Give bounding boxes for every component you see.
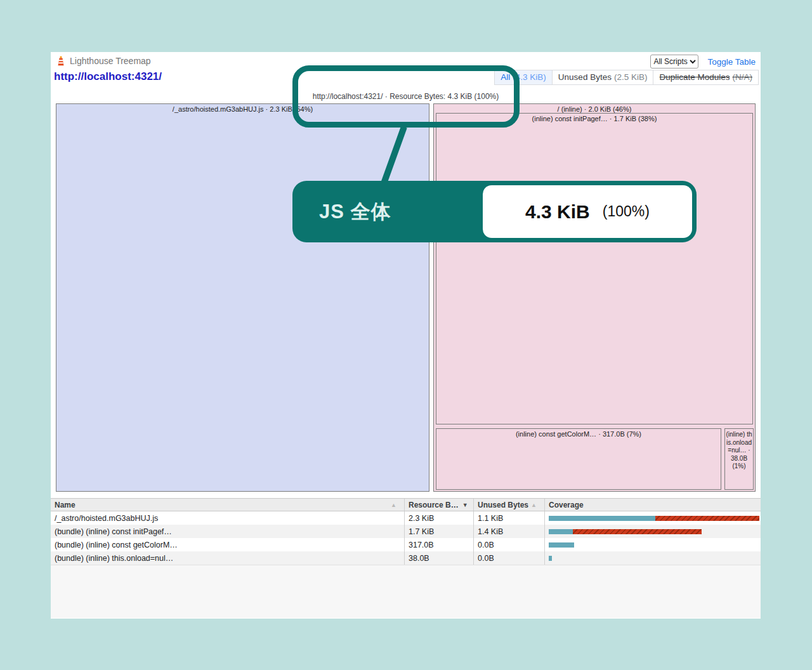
tab-all-bytes: (4.3 KiB): [513, 72, 546, 82]
treemap-node-label: (inline) const initPagef… · 1.7 KiB (38%…: [436, 114, 752, 122]
tab-unused-bytes[interactable]: Unused Bytes(2.5 KiB): [552, 70, 654, 85]
treemap-node-label: (inline) const getColorM… · 317.0B (7%): [436, 429, 721, 438]
cell-coverage: [544, 511, 761, 525]
cell-name: (bundle) (inline) const initPagef…: [51, 525, 404, 538]
cell-unused-bytes: 1.4 KiB: [473, 525, 544, 538]
cell-resource-bytes: 1.7 KiB: [404, 525, 473, 538]
coverage-bar: [549, 529, 761, 534]
breadcrumb: http://localhost:4321/ · Resource Bytes:…: [51, 92, 761, 101]
cell-resource-bytes: 38.0B: [404, 551, 473, 565]
coverage-bar: [549, 516, 761, 521]
cell-name: /_astro/hoisted.mG3abHUJ.js: [51, 511, 404, 525]
treemap-node-root-inline[interactable]: / (inline) · 2.0 KiB (46%) (inline) cons…: [433, 103, 756, 492]
coverage-used-bar: [549, 529, 573, 534]
treemap-node-label: /_astro/hoisted.mG3abHUJ.js · 2.3 KiB (5…: [56, 104, 429, 113]
column-header-name[interactable]: Name ▲: [51, 499, 404, 511]
cell-coverage: [544, 538, 761, 551]
annotation-callout: JS 全体 4.3 KiB (100%): [292, 181, 697, 242]
treemap: /_astro/hoisted.mG3abHUJ.js · 2.3 KiB (5…: [51, 103, 761, 492]
cell-unused-bytes: 0.0B: [473, 538, 544, 551]
tab-duplicate-modules-value: (N/A): [733, 72, 753, 82]
treemap-node-label: / (inline) · 2.0 KiB (46%): [434, 104, 755, 113]
table-header-row: Name ▲ Resource B… ▼ Unused Bytes ▲ Cove…: [51, 498, 761, 511]
treemap-node-label: (inline) this.onload=nul… · 38.0B (1%): [725, 429, 753, 471]
annotation-callout-label: JS 全体: [319, 199, 391, 225]
table-row[interactable]: (bundle) (inline) const initPagef… 1.7 K…: [51, 525, 761, 538]
document-url-link[interactable]: http://localhost:4321/: [54, 70, 162, 83]
treemap-node-onload[interactable]: (inline) this.onload=nul… · 38.0B (1%): [724, 428, 754, 490]
app-brand: Lighthouse Treemap: [56, 56, 151, 66]
sort-desc-icon[interactable]: ▼: [462, 502, 468, 508]
table-row[interactable]: (bundle) (inline) this.onload=nul… 38.0B…: [51, 551, 761, 565]
column-header-resource-bytes[interactable]: Resource B… ▼: [404, 499, 473, 511]
view-mode-tabs: All(4.3 KiB) Unused Bytes(2.5 KiB) Dupli…: [494, 70, 759, 85]
coverage-unused-bar: [573, 529, 702, 534]
tab-unused-bytes-value: (2.5 KiB): [614, 72, 648, 82]
cell-unused-bytes: 1.1 KiB: [473, 511, 544, 525]
tab-duplicate-modules-label: Duplicate Modules: [659, 72, 730, 82]
cell-name: (bundle) (inline) const getColorM…: [51, 538, 404, 551]
cell-coverage: [544, 551, 761, 565]
sort-asc-icon[interactable]: ▲: [531, 502, 537, 508]
table-empty-area: [51, 565, 761, 618]
coverage-bar: [549, 542, 761, 548]
lighthouse-icon: [56, 56, 66, 66]
sort-asc-icon[interactable]: ▲: [391, 502, 396, 508]
treemap-node-initpage[interactable]: (inline) const initPagef… · 1.7 KiB (38%…: [436, 113, 753, 424]
column-header-coverage[interactable]: Coverage: [544, 499, 761, 511]
annotation-value-box: 4.3 KiB (100%): [483, 185, 692, 238]
coverage-used-bar: [549, 556, 552, 561]
coverage-bar: [549, 556, 761, 561]
annotation-value: 4.3 KiB: [525, 201, 590, 223]
cell-resource-bytes: 317.0B: [404, 538, 473, 551]
app-title: Lighthouse Treemap: [70, 56, 151, 66]
cell-coverage: [544, 525, 761, 538]
tab-all[interactable]: All(4.3 KiB): [494, 70, 553, 85]
page: { "colors": { "accent_teal": "#0b746e", …: [0, 0, 812, 670]
tab-all-label: All: [501, 72, 510, 82]
coverage-used-bar: [549, 516, 655, 521]
table-row[interactable]: (bundle) (inline) const getColorM… 317.0…: [51, 538, 761, 551]
cell-name: (bundle) (inline) this.onload=nul…: [51, 551, 404, 565]
script-select[interactable]: All Scripts: [650, 55, 698, 69]
column-header-unused-bytes[interactable]: Unused Bytes ▲: [473, 499, 544, 511]
treemap-node-hoisted-js[interactable]: /_astro/hoisted.mG3abHUJ.js · 2.3 KiB (5…: [56, 103, 429, 492]
table-row[interactable]: /_astro/hoisted.mG3abHUJ.js 2.3 KiB 1.1 …: [51, 511, 761, 525]
tab-unused-bytes-label: Unused Bytes: [558, 72, 612, 82]
annotation-percent: (100%): [603, 203, 650, 220]
header-controls: All Scripts Toggle Table: [650, 55, 758, 69]
coverage-used-bar: [549, 542, 574, 548]
bytes-table: Name ▲ Resource B… ▼ Unused Bytes ▲ Cove…: [51, 498, 761, 618]
toggle-table-button[interactable]: Toggle Table: [705, 56, 758, 68]
tab-duplicate-modules[interactable]: Duplicate Modules(N/A): [653, 70, 759, 85]
cell-resource-bytes: 2.3 KiB: [404, 511, 473, 525]
coverage-unused-bar: [655, 516, 759, 521]
treemap-node-getcolor[interactable]: (inline) const getColorM… · 317.0B (7%): [436, 428, 721, 490]
cell-unused-bytes: 0.0B: [473, 551, 544, 565]
lighthouse-treemap-window: Lighthouse Treemap All Scripts Toggle Ta…: [51, 52, 761, 619]
